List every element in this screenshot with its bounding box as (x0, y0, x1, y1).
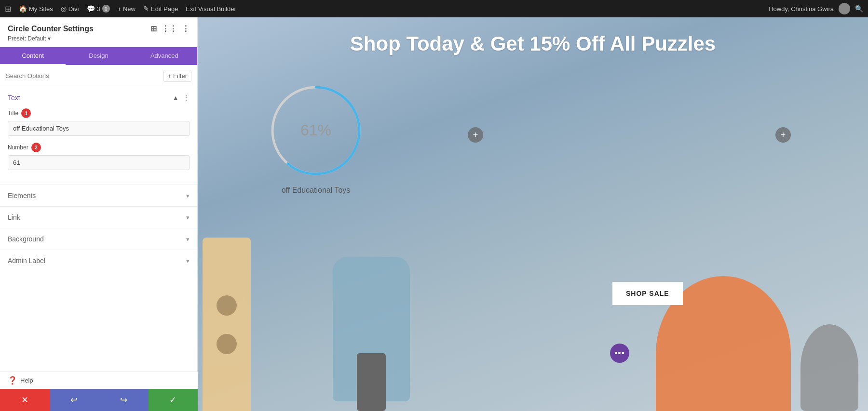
title-input[interactable] (8, 121, 190, 136)
help-text: Help (20, 377, 33, 384)
admin-label-section[interactable]: Admin Label ▾ (0, 250, 197, 271)
action-bar: ✕ ↩ ↪ ✓ (0, 389, 198, 411)
preset-chevron: ▾ (48, 35, 51, 42)
toy-hole-1 (217, 295, 237, 316)
admin-label-text: Admin Label (8, 257, 45, 265)
panel-tabs: Content Design Advanced (0, 47, 197, 65)
toy-background (198, 228, 868, 411)
panel-title-left: Circle Counter Settings (8, 25, 94, 33)
redo-button[interactable]: ↪ (99, 389, 149, 411)
text-section-title: Text (8, 94, 20, 102)
panel-header: Circle Counter Settings ⊞ ⋮⋮ ⋮ Preset: D… (0, 17, 197, 47)
panel-title-row: Circle Counter Settings ⊞ ⋮⋮ ⋮ (8, 24, 190, 33)
tab-advanced[interactable]: Advanced (132, 47, 197, 65)
title-badge: 1 (21, 108, 31, 118)
circle-counter: 61% off Educational Toys (265, 80, 366, 195)
three-dots-menu[interactable]: ••• (610, 344, 629, 363)
admin-bar-right: Howdy, Christina Gwira 🔍 (769, 3, 863, 14)
more-options-icon[interactable]: ⋮ (182, 24, 190, 33)
toy-wood-block (203, 238, 251, 411)
page-heading: Shop Today & Get 15% Off All Puzzles (198, 17, 868, 66)
filter-button[interactable]: + Filter (163, 70, 191, 82)
text-fields: Title 1 Number 2 (0, 108, 197, 185)
divi-menu[interactable]: ◎ Divi (61, 5, 79, 13)
howdy-text: Howdy, Christina Gwira (769, 5, 834, 13)
circle-label: off Educational Toys (282, 186, 351, 195)
title-label: Title 1 (8, 108, 190, 118)
toy-gray-shape (800, 324, 858, 411)
link-label: Link (8, 213, 20, 221)
background-chevron: ▾ (186, 236, 190, 243)
section-controls: ▲ ⋮ (172, 94, 190, 102)
help-bar: ❓ Help (0, 371, 198, 389)
confirm-button[interactable]: ✓ (149, 389, 198, 411)
exit-visual-builder-btn[interactable]: Exit Visual Builder (186, 5, 236, 13)
panel-content: Text ▲ ⋮ Title 1 Number 2 (0, 87, 197, 411)
wp-icon[interactable]: ⊞ (5, 4, 11, 13)
panel-title-icons: ⊞ ⋮⋮ ⋮ (150, 24, 190, 33)
number-input[interactable] (8, 155, 190, 170)
canvas-area: Shop Today & Get 15% Off All Puzzles 61%… (198, 17, 868, 411)
panel-title-text: Circle Counter Settings (8, 25, 94, 33)
text-section-collapse[interactable]: ▲ (172, 94, 179, 102)
avatar (839, 3, 850, 14)
layout-icon[interactable]: ⋮⋮ (162, 24, 177, 33)
link-section[interactable]: Link ▾ (0, 206, 197, 228)
elements-label: Elements (8, 192, 36, 199)
help-icon: ❓ (8, 376, 17, 385)
edit-page-btn[interactable]: ✎ Edit Page (143, 5, 178, 13)
number-label: Number 2 (8, 143, 190, 152)
background-label: Background (8, 235, 44, 243)
circle-svg: 61% (265, 80, 366, 181)
tab-design[interactable]: Design (66, 47, 131, 65)
elements-section[interactable]: Elements ▾ (0, 185, 197, 206)
expand-icon[interactable]: ⊞ (150, 24, 157, 33)
undo-button[interactable]: ↩ (50, 389, 99, 411)
comment-count-badge: 0 (102, 5, 110, 13)
number-badge: 2 (31, 143, 41, 152)
new-item-menu[interactable]: + New (118, 5, 136, 13)
main-layout: Circle Counter Settings ⊞ ⋮⋮ ⋮ Preset: D… (0, 17, 868, 411)
toy-hole-2 (217, 334, 237, 354)
search-input[interactable] (6, 72, 160, 80)
text-section-header: Text ▲ ⋮ (0, 87, 197, 108)
add-button-1[interactable]: + (468, 127, 483, 143)
link-chevron: ▾ (186, 214, 190, 221)
background-section[interactable]: Background ▾ (0, 228, 197, 250)
elements-chevron: ▾ (186, 192, 190, 199)
add-button-2[interactable]: + (775, 127, 791, 143)
admin-bar: ⊞ 🏠 My Sites ◎ Divi 💬 3 0 + New ✎ Edit P… (0, 0, 868, 17)
preset-label[interactable]: Preset: Default ▾ (8, 35, 190, 42)
search-icon[interactable]: 🔍 (855, 5, 863, 13)
my-sites-menu[interactable]: 🏠 My Sites (19, 5, 53, 13)
comments-menu[interactable]: 💬 3 0 (87, 5, 110, 13)
admin-label-chevron: ▾ (186, 257, 190, 265)
text-section-menu[interactable]: ⋮ (183, 94, 190, 102)
panel-footer: ❓ Help ✕ ↩ ↪ ✓ (0, 371, 198, 411)
search-bar: + Filter (0, 65, 197, 87)
settings-panel: Circle Counter Settings ⊞ ⋮⋮ ⋮ Preset: D… (0, 17, 198, 411)
tab-content[interactable]: Content (0, 47, 66, 65)
toy-wrench-handle (357, 353, 386, 411)
circle-percent-text: 61% (300, 121, 331, 139)
shop-sale-button[interactable]: SHOP SALE (612, 282, 683, 305)
cancel-button[interactable]: ✕ (0, 389, 50, 411)
